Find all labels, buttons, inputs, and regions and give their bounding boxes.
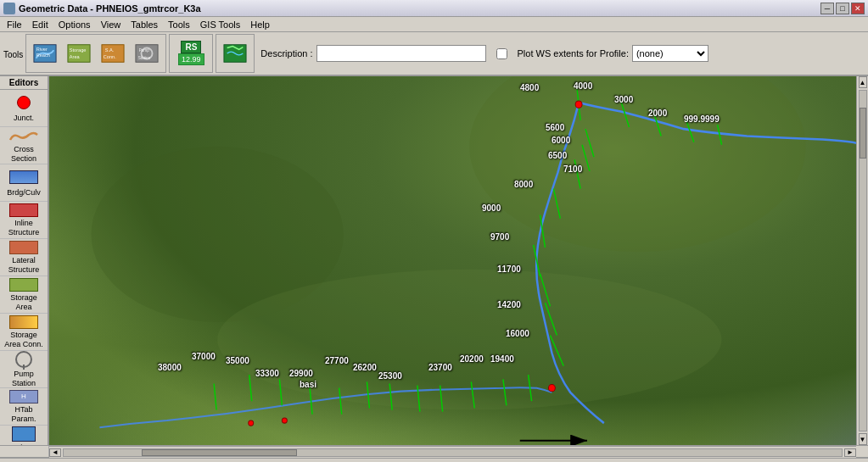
rs-button[interactable]: RS 12.99 <box>172 36 210 71</box>
sidebar-item-junct[interactable]: Junct. <box>0 90 48 127</box>
sidebar: Editors Junct. CrossSection Brdg/Culv <box>0 76 49 445</box>
sidebar-item-lateral[interactable]: LateralStructure <box>0 239 48 276</box>
svg-text:Conn.: Conn. <box>104 53 116 58</box>
cross-section-icon <box>8 128 39 143</box>
sidebar-item-brdg-culv[interactable]: Brdg/Culv <box>0 164 48 202</box>
sidebar-item-inline[interactable]: InlineStructure <box>0 202 48 239</box>
svg-text:Pump: Pump <box>139 48 150 53</box>
plot-ws-select[interactable]: (none) <box>632 45 708 62</box>
brdg-culv-label: Brdg/Culv <box>7 188 41 198</box>
map-button-group <box>216 34 255 73</box>
scroll-left-button[interactable]: ◄ <box>49 448 61 457</box>
svg-line-41 <box>249 375 252 401</box>
svg-text:Reach: Reach <box>36 52 50 57</box>
svg-text:Station: Station <box>138 55 151 59</box>
editors-header: Editors <box>0 76 48 90</box>
brdg-culv-icon <box>8 168 39 186</box>
close-button[interactable]: ✕ <box>851 3 865 14</box>
river-reach-button[interactable]: River Reach <box>29 36 61 71</box>
inline-icon <box>8 203 39 217</box>
hscroll-thumb[interactable] <box>142 449 297 456</box>
horizontal-scrollbar[interactable]: ◄ ► <box>49 446 856 458</box>
lateral-label: LateralStructure <box>8 256 40 275</box>
sidebar-item-htab[interactable]: H HTabParam. <box>0 388 48 426</box>
description-area: Description : Plot WS extents for Profil… <box>257 34 865 73</box>
toolbar-editor-buttons: River Reach Storage Area S.A. Conn. <box>25 34 166 73</box>
titlebar: Geometric Data - PHNEIOS_gmtrcor_K3a ─ □… <box>0 0 868 17</box>
view-picture-icon <box>8 426 39 442</box>
vscroll-track[interactable] <box>859 90 867 431</box>
tools-label: Tools <box>3 50 23 59</box>
menubar: File Edit Options View Tables Tools GIS … <box>0 17 868 32</box>
sidebar-item-storage[interactable]: StorageArea <box>0 276 48 314</box>
svg-line-42 <box>214 384 216 410</box>
svg-text:River: River <box>36 47 48 52</box>
lateral-icon <box>8 241 39 254</box>
description-input[interactable] <box>316 45 486 62</box>
sidebar-item-pump[interactable]: PumpStation <box>0 351 48 388</box>
menu-edit[interactable]: Edit <box>27 19 53 31</box>
plot-ws-checkbox[interactable] <box>496 48 507 59</box>
menu-file[interactable]: File <box>2 19 27 31</box>
inline-label: InlineStructure <box>8 219 40 237</box>
svg-point-46 <box>282 418 287 423</box>
svg-point-44 <box>548 385 555 392</box>
plot-ws-label: Plot WS extents for Profile: <box>518 48 629 58</box>
sidebar-item-view-picture[interactable]: ViewPicture <box>0 426 48 445</box>
storage-label: StorageArea <box>10 293 37 312</box>
svg-text:S.A.: S.A. <box>105 47 115 53</box>
svg-point-14 <box>469 76 805 252</box>
view-picture-label: ViewPicture <box>12 443 36 445</box>
storage-conn-icon <box>8 315 39 329</box>
svg-point-43 <box>575 101 582 108</box>
pump-station-button[interactable]: Pump Station <box>131 36 163 71</box>
junct-label: Junct. <box>14 114 34 123</box>
pump-icon <box>8 351 39 368</box>
menu-tools[interactable]: Tools <box>163 19 195 31</box>
menu-view[interactable]: View <box>96 19 126 31</box>
window-controls: ─ □ ✕ <box>820 3 865 14</box>
hscroll-track[interactable] <box>63 448 843 457</box>
toolbar: Tools River Reach Storage Area <box>0 32 868 76</box>
sidebar-item-storage-conn[interactable]: StorageArea Conn. <box>0 314 48 351</box>
rs-group: RS 12.99 <box>169 34 213 73</box>
vertical-scrollbar[interactable]: ▲ ▼ <box>856 76 868 445</box>
svg-point-45 <box>249 420 254 426</box>
storage-area-button[interactable]: Storage Area <box>63 36 95 71</box>
scroll-up-button[interactable]: ▲ <box>859 76 867 88</box>
map-svg <box>49 76 856 445</box>
sidebar-item-cross-section[interactable]: CrossSection <box>0 127 48 164</box>
vscroll-thumb[interactable] <box>860 108 866 159</box>
description-label: Description : <box>260 48 312 58</box>
menu-tables[interactable]: Tables <box>126 19 163 31</box>
rs-value: 12.99 <box>178 53 204 65</box>
cross-section-label: CrossSection <box>11 145 36 164</box>
rs-label: RS <box>181 41 201 53</box>
storage-icon <box>8 278 39 292</box>
menu-options[interactable]: Options <box>53 19 96 31</box>
htab-label: HTabParam. <box>11 405 36 424</box>
app-icon <box>3 3 15 14</box>
maximize-button[interactable]: □ <box>836 3 849 14</box>
menu-help[interactable]: Help <box>245 19 275 31</box>
menu-gis-tools[interactable]: GIS Tools <box>195 19 246 31</box>
scroll-right-button[interactable]: ► <box>844 448 856 457</box>
junct-icon <box>8 93 39 112</box>
svg-text:Area: Area <box>70 53 81 58</box>
htab-icon: H <box>8 390 39 404</box>
scroll-down-button[interactable]: ▼ <box>859 433 867 445</box>
window-title: Geometric Data - PHNEIOS_gmtrcor_K3a <box>19 3 820 14</box>
svg-text:Storage: Storage <box>70 47 87 53</box>
storage-conn-label: StorageArea Conn. <box>4 331 43 349</box>
main-layout: Editors Junct. CrossSection Brdg/Culv <box>0 76 868 445</box>
minimize-button[interactable]: ─ <box>820 3 834 14</box>
map-button[interactable] <box>219 36 251 71</box>
sa-conn-button[interactable]: S.A. Conn. <box>97 36 129 71</box>
map-area[interactable]: 4800 4000 3000 2000 999.9999 5600 6000 6… <box>49 76 856 445</box>
pump-label: PumpStation <box>12 370 36 388</box>
